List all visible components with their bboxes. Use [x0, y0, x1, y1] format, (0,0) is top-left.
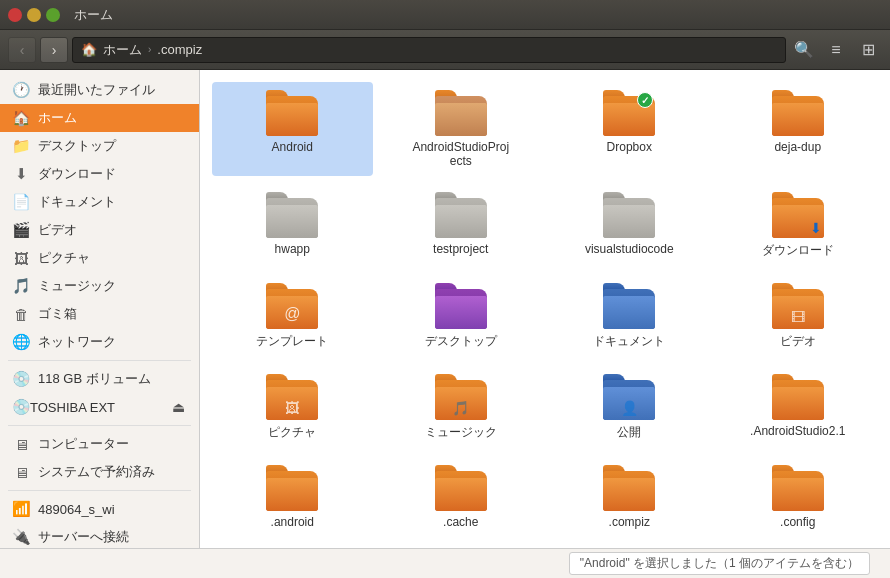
sidebar-item-connect[interactable]: 🔌 サーバーへ接続	[0, 523, 199, 548]
sidebar-item-pictures[interactable]: 🖼 ピクチャ	[0, 244, 199, 272]
file-item-dropbox[interactable]: ✓ Dropbox	[549, 82, 710, 176]
file-item-cache[interactable]: .cache	[381, 457, 542, 537]
sidebar-divider-3	[8, 490, 191, 491]
location-separator: ›	[148, 44, 151, 55]
sidebar-item-downloads[interactable]: ⬇ ダウンロード	[0, 160, 199, 188]
folder-label-visualstudiocode: visualstudiocode	[585, 242, 674, 256]
desktop-icon: 📁	[12, 137, 30, 155]
file-item-video-folder[interactable]: 🎞 ビデオ	[718, 275, 879, 358]
file-item-public[interactable]: 👤 公開	[549, 366, 710, 449]
file-item-deja-dup[interactable]: deja-dup	[718, 82, 879, 176]
file-item-androidstudio21[interactable]: .AndroidStudio2.1	[718, 366, 879, 449]
file-item-testproject[interactable]: testproject	[381, 184, 542, 267]
sidebar-item-recent[interactable]: 🕐 最近開いたファイル	[0, 76, 199, 104]
folder-icon-androidstudio21	[772, 374, 824, 420]
toolbar: ‹ › 🏠 ホーム › .compiz 🔍 ≡ ⊞	[0, 30, 890, 70]
folder-label-documents-folder: ドキュメント	[593, 333, 665, 350]
sidebar-item-volume[interactable]: 💿 118 GB ボリューム	[0, 365, 199, 393]
minimize-button[interactable]	[27, 8, 41, 22]
back-button[interactable]: ‹	[8, 37, 36, 63]
folder-label-pictures-folder: ピクチャ	[268, 424, 316, 441]
home-icon: 🏠	[81, 42, 97, 57]
sidebar-item-music[interactable]: 🎵 ミュージック	[0, 272, 199, 300]
file-item-androidstudioprojects[interactable]: AndroidStudioProjects	[381, 82, 542, 176]
sidebar-label-home: ホーム	[38, 109, 77, 127]
template-inner-icon: @	[284, 305, 300, 323]
maximize-button[interactable]	[46, 8, 60, 22]
location-home: ホーム	[103, 41, 142, 59]
folder-icon-compiz	[603, 465, 655, 511]
sidebar-item-computer[interactable]: 🖥 コンピューター	[0, 430, 199, 458]
sidebar-label-connect: サーバーへ接続	[38, 528, 129, 546]
sidebar-item-toshiba[interactable]: 💿 TOSHIBA EXT ⏏	[0, 393, 199, 421]
sidebar-item-documents[interactable]: 📄 ドキュメント	[0, 188, 199, 216]
video-inner-icon: 🎞	[791, 309, 805, 325]
file-item-template[interactable]: @ テンプレート	[212, 275, 373, 358]
sidebar-item-home[interactable]: 🏠 ホーム	[0, 104, 199, 132]
sidebar-label-reserved: システムで予約済み	[38, 463, 155, 481]
folder-label-desktop-folder: デスクトップ	[425, 333, 497, 350]
window-controls	[8, 8, 60, 22]
forward-button[interactable]: ›	[40, 37, 68, 63]
sidebar-label-desktop: デスクトップ	[38, 137, 116, 155]
file-item-hwapp[interactable]: hwapp	[212, 184, 373, 267]
music-inner-icon: 🎵	[452, 400, 469, 416]
trash-icon: 🗑	[12, 306, 30, 323]
folder-icon-config	[772, 465, 824, 511]
file-item-desktop-folder[interactable]: デスクトップ	[381, 275, 542, 358]
sidebar-label-network: ネットワーク	[38, 333, 116, 351]
folder-label-template: テンプレート	[256, 333, 328, 350]
folder-label-config: .config	[780, 515, 815, 529]
folder-icon-video-folder: 🎞	[772, 283, 824, 329]
file-item-music-folder[interactable]: 🎵 ミュージック	[381, 366, 542, 449]
sidebar-label-videos: ビデオ	[38, 221, 77, 239]
documents-icon: 📄	[12, 193, 30, 211]
videos-icon: 🎬	[12, 221, 30, 239]
grid-view-button[interactable]: ⊞	[854, 37, 882, 63]
computer-icon: 🖥	[12, 436, 30, 453]
folder-icon-pictures-folder: 🖼	[266, 374, 318, 420]
list-view-button[interactable]: ≡	[822, 37, 850, 63]
sidebar-item-desktop[interactable]: 📁 デスクトップ	[0, 132, 199, 160]
sidebar-label-trash: ゴミ箱	[38, 305, 77, 323]
eject-icon[interactable]: ⏏	[169, 399, 187, 415]
folder-icon-music-folder: 🎵	[435, 374, 487, 420]
file-item-documents-folder[interactable]: ドキュメント	[549, 275, 710, 358]
sidebar-item-network[interactable]: 🌐 ネットワーク	[0, 328, 199, 356]
downloads-icon: ⬇	[12, 165, 30, 183]
volume-icon: 💿	[12, 370, 30, 388]
folder-icon-desktop-folder	[435, 283, 487, 329]
sidebar-item-reserved[interactable]: 🖥 システムで予約済み	[0, 458, 199, 486]
folder-label-androidstudioprojects: AndroidStudioProjects	[411, 140, 511, 168]
folder-label-android: Android	[272, 140, 313, 154]
folder-label-testproject: testproject	[433, 242, 488, 256]
connect-icon: 🔌	[12, 528, 30, 546]
file-item-compiz[interactable]: .compiz	[549, 457, 710, 537]
file-item-config[interactable]: .config	[718, 457, 879, 537]
location-bar[interactable]: 🏠 ホーム › .compiz	[72, 37, 786, 63]
search-button[interactable]: 🔍	[790, 37, 818, 63]
sidebar-label-computer: コンピューター	[38, 435, 129, 453]
file-item-pictures-folder[interactable]: 🖼 ピクチャ	[212, 366, 373, 449]
folder-icon-visualstudiocode	[603, 192, 655, 238]
folder-label-cache: .cache	[443, 515, 478, 529]
toolbar-right: 🔍 ≡ ⊞	[790, 37, 882, 63]
sidebar-label-music: ミュージック	[38, 277, 116, 295]
folder-icon-android-hidden	[266, 465, 318, 511]
folder-icon-public: 👤	[603, 374, 655, 420]
sidebar-item-trash[interactable]: 🗑 ゴミ箱	[0, 300, 199, 328]
folder-icon-cache	[435, 465, 487, 511]
file-item-visualstudiocode[interactable]: visualstudiocode	[549, 184, 710, 267]
sidebar-item-wifi[interactable]: 📶 489064_s_wi	[0, 495, 199, 523]
close-button[interactable]	[8, 8, 22, 22]
folder-icon-deja-dup	[772, 90, 824, 136]
file-area[interactable]: Android AndroidStudioProjects ✓ Dropbox	[200, 70, 890, 548]
home-nav-icon: 🏠	[12, 109, 30, 127]
file-item-android-hidden[interactable]: .android	[212, 457, 373, 537]
file-item-android[interactable]: Android	[212, 82, 373, 176]
file-item-downloads[interactable]: ⬇ ダウンロード	[718, 184, 879, 267]
folder-icon-documents-folder	[603, 283, 655, 329]
folder-icon-downloads: ⬇	[772, 192, 824, 238]
sidebar-item-videos[interactable]: 🎬 ビデオ	[0, 216, 199, 244]
folder-label-downloads: ダウンロード	[762, 242, 834, 259]
